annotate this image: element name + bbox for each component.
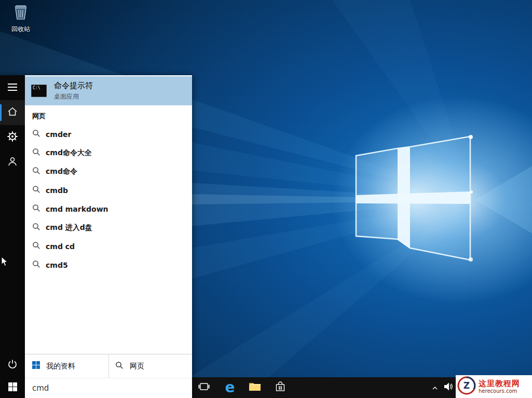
web-button[interactable]: 网页	[109, 354, 192, 378]
svg-text:Z: Z	[463, 380, 470, 391]
menu-button[interactable]	[0, 75, 25, 100]
chevron-up-icon	[432, 383, 438, 393]
search-icon	[32, 241, 40, 252]
top-result-title: 命令提示符	[54, 81, 93, 91]
user-button[interactable]	[0, 150, 25, 175]
command-prompt-icon: C:\	[31, 85, 47, 97]
suggestion-item[interactable]: cmd命令	[25, 162, 192, 181]
windows-logo-icon	[8, 382, 17, 393]
store-icon	[275, 381, 286, 394]
suggestion-label: cmd 进入d盘	[46, 223, 92, 232]
suggestion-item[interactable]: cmder	[25, 125, 192, 144]
search-icon	[32, 148, 40, 158]
task-view-button[interactable]	[196, 379, 212, 396]
suggestion-label: cmd命令大全	[46, 148, 92, 158]
suggestion-item[interactable]: cmd markdown	[25, 200, 192, 218]
settings-button[interactable]	[0, 125, 25, 150]
search-suggestions-list: cmder cmd命令大全 cmd命令 cmdb cmd markdown cm…	[25, 125, 192, 275]
suggestion-item[interactable]: cmdb	[25, 181, 192, 200]
file-explorer-button[interactable]	[247, 379, 263, 396]
recycle-bin-icon	[11, 14, 30, 24]
suggestion-label: cmder	[46, 130, 71, 139]
gear-icon	[7, 131, 18, 144]
hamburger-icon	[8, 83, 17, 93]
search-icon	[32, 185, 40, 196]
search-icon	[115, 361, 124, 372]
my-stuff-label: 我的资料	[46, 362, 75, 371]
suggestion-item[interactable]: cmd5	[25, 256, 192, 275]
search-icon	[32, 167, 40, 177]
my-stuff-button[interactable]: 我的资料	[25, 354, 109, 378]
top-result-subtitle: 桌面应用	[54, 92, 93, 101]
suggestion-label: cmd cd	[46, 242, 75, 251]
suggestion-label: cmd5	[46, 261, 68, 269]
show-hidden-icons-button[interactable]	[429, 379, 441, 396]
watermark-title: 这里教程网	[479, 379, 520, 388]
start-search-flyout: C:\ 命令提示符 桌面应用 网页 cmder cmd命令大全 cmd命令	[0, 75, 192, 398]
suggestion-item[interactable]: cmd cd	[25, 237, 192, 256]
search-icon	[32, 204, 40, 214]
suggestion-label: cmd命令	[46, 167, 77, 176]
top-result-command-prompt[interactable]: C:\ 命令提示符 桌面应用	[25, 76, 192, 105]
site-watermark: Z 这里教程网 herecours.com	[456, 375, 532, 398]
search-results-panel: C:\ 命令提示符 桌面应用 网页 cmder cmd命令大全 cmd命令	[25, 75, 192, 398]
search-icon	[32, 260, 40, 270]
windows-logo-small-icon	[32, 361, 40, 371]
suggestion-item[interactable]: cmd命令大全	[25, 144, 192, 162]
start-button[interactable]	[0, 377, 25, 398]
power-icon	[7, 359, 18, 372]
suggestion-item[interactable]: cmd 进入d盘	[25, 218, 192, 237]
suggestion-label: cmdb	[46, 186, 68, 195]
watermark-logo-icon: Z	[457, 376, 476, 397]
home-button[interactable]	[0, 100, 25, 125]
flyout-sidebar	[0, 75, 25, 398]
search-input[interactable]	[25, 378, 192, 398]
file-explorer-icon	[249, 381, 261, 394]
store-button[interactable]	[272, 379, 289, 396]
web-label: 网页	[130, 362, 144, 371]
search-icon	[32, 129, 40, 140]
volume-button[interactable]	[441, 379, 455, 396]
edge-button[interactable]: e	[222, 379, 238, 396]
watermark-url: herecours.com	[479, 388, 520, 394]
recycle-bin[interactable]: 回收站	[7, 3, 34, 34]
volume-icon	[443, 382, 453, 393]
search-icon	[32, 223, 40, 233]
suggestion-label: cmd markdown	[46, 205, 108, 213]
search-footer: 我的资料 网页	[25, 354, 192, 378]
recycle-bin-label: 回收站	[7, 25, 34, 34]
user-icon	[7, 156, 18, 169]
home-icon	[7, 107, 18, 118]
power-button[interactable]	[0, 353, 25, 378]
edge-icon: e	[225, 380, 235, 395]
task-view-icon	[198, 382, 210, 393]
section-header-web: 网页	[32, 112, 46, 121]
search-box	[25, 378, 192, 398]
